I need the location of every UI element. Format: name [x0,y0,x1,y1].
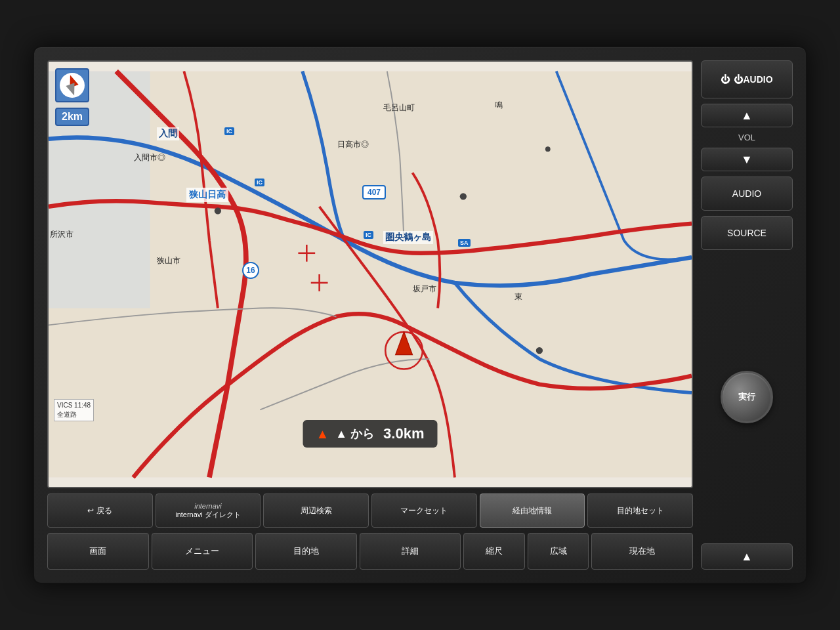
knob-area: 実行 [701,255,793,538]
internavi-button[interactable]: internavi internavi ダイレクト [156,494,261,528]
nav-bar: 画面 メニュー 目的地 詳細 縮尺 広域 現在地 [47,533,693,570]
place-iruma: 入間 [157,127,179,140]
road-407: 407 [362,185,386,200]
back-icon: ↩ [87,506,94,515]
route-info-button[interactable]: 経由地情報 [480,494,585,528]
place-iruma-city: 入間市◎ [134,152,165,163]
detail-button[interactable]: 詳細 [360,533,461,570]
context-bar: ↩ 戻る internavi internavi ダイレクト 周辺検索 マークセ… [47,494,693,528]
place-right-bottom: 東 [514,291,522,303]
place-sakado: 坂戸市 [413,284,436,295]
current-location-button[interactable]: 現在地 [591,533,693,570]
device-unit: 2km IC IC IC SA 入間 入間市◎ 狭山日高 狭山市 日高市◎ 毛呂… [33,46,807,584]
audio-power-button[interactable]: ⏻ ⏻AUDIO [701,60,793,98]
place-moroyama: 毛呂山町 [383,102,415,114]
place-sayama-city: 狭山市 [157,255,180,266]
ic-badge-3: IC [364,231,373,239]
ic-badge-2: IC [255,178,264,186]
mark-set-button[interactable]: マークセット [371,494,477,528]
vics-info: VICS 11:48 全道路 [54,399,94,421]
execute-knob[interactable]: 実行 [721,371,773,423]
menu-button[interactable]: メニュー [152,533,253,570]
distance-bar: ▲ ▲ から 3.0km [303,420,437,448]
place-kawagoe: 所沢市 [50,229,74,240]
volume-group: ▲ VOL ▼ [701,104,793,171]
svg-point-10 [536,347,543,354]
right-panel: ⏻ ⏻AUDIO ▲ VOL ▼ AUDIO SOURCE 実行 ▲ [701,60,793,570]
left-section: 2km IC IC IC SA 入間 入間市◎ 狭山日高 狭山市 日高市◎ 毛呂… [47,60,693,570]
power-icon: ⏻ [721,74,730,85]
place-sayama-hidaka: 狭山日高 [186,188,228,202]
destination-button[interactable]: 目的地 [255,533,357,570]
volume-label: VOL [701,130,793,145]
ic-badge-1: IC [224,127,234,135]
eject-button[interactable]: ▲ [701,543,793,570]
destination-set-button[interactable]: 目的地セット [587,494,693,528]
nearby-search-button[interactable]: 周辺検索 [263,494,369,528]
place-hidaka-city: 日高市◎ [337,139,369,150]
zoom-in-button[interactable]: 縮尺 [463,533,525,570]
map-display: 2km IC IC IC SA 入間 入間市◎ 狭山日高 狭山市 日高市◎ 毛呂… [47,60,693,488]
svg-point-11 [545,146,551,152]
audio-button[interactable]: AUDIO [701,177,793,211]
svg-rect-1 [49,72,150,308]
zoom-out-button[interactable]: 広域 [528,533,589,570]
volume-up-button[interactable]: ▲ [701,104,793,127]
svg-point-8 [215,207,221,214]
back-button[interactable]: ↩ 戻る [47,494,153,528]
distance-value: 3.0km [383,425,424,442]
source-button[interactable]: SOURCE [701,216,793,250]
scale-indicator: 2km [55,108,89,126]
volume-down-button[interactable]: ▼ [701,148,793,171]
distance-arrow-icon: ▲ [316,427,329,442]
compass [55,68,89,102]
sa-badge: SA [458,239,471,247]
screen-button[interactable]: 画面 [47,533,149,570]
place-right-top: 鳴 [495,100,503,111]
road-16: 16 [242,262,259,279]
place-kenoh: 圏央鶴ヶ島 [383,231,433,244]
svg-point-9 [460,193,467,200]
